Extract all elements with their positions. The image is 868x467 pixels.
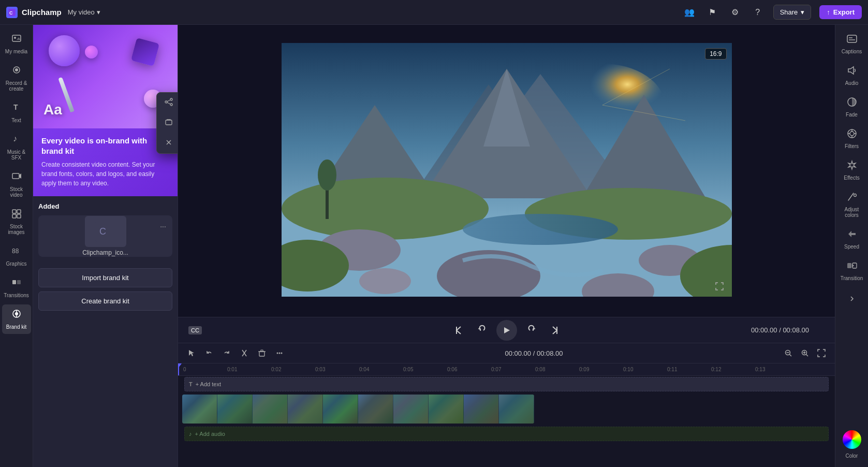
- svg-point-70: [281, 353, 283, 354]
- svg-rect-14: [17, 214, 21, 218]
- zoom-out-button[interactable]: [781, 346, 796, 360]
- right-tool-transition[interactable]: Transition: [837, 256, 866, 285]
- adjust-colors-label: Adjust colors: [840, 207, 864, 218]
- svg-rect-29: [166, 120, 172, 125]
- svg-point-68: [277, 353, 278, 354]
- tool-more[interactable]: [272, 346, 287, 360]
- right-tool-filters[interactable]: Filters: [837, 124, 866, 153]
- context-menu-open[interactable]: Open locally: [157, 113, 178, 133]
- help-icon-btn[interactable]: ?: [751, 5, 765, 20]
- video-thumb-1: [182, 395, 217, 424]
- audio-track-icon: ♪: [189, 431, 192, 437]
- flag-icon-btn[interactable]: ⚑: [705, 5, 719, 20]
- project-title[interactable]: My video ▾: [68, 8, 100, 16]
- added-section: Added C Clipchamp_ico... ...: [33, 196, 178, 263]
- fullscreen-button[interactable]: [712, 279, 727, 294]
- video-thumb-2: [217, 395, 253, 424]
- tool-undo[interactable]: [202, 346, 216, 360]
- right-tool-fade[interactable]: Fade: [837, 92, 866, 122]
- svg-point-89: [854, 194, 856, 197]
- tool-redo[interactable]: [219, 346, 234, 360]
- sidebar-item-transitions[interactable]: Transitions: [2, 273, 31, 302]
- svg-point-47: [463, 214, 618, 245]
- svg-point-6: [15, 68, 18, 71]
- svg-rect-12: [17, 210, 21, 213]
- svg-point-54: [318, 159, 336, 191]
- skip-back-button[interactable]: [451, 322, 467, 339]
- sidebar-item-brand-kit[interactable]: Brand kit: [2, 304, 31, 334]
- app-name: Clipchamp: [22, 8, 62, 17]
- promo-sphere: [49, 35, 80, 66]
- fade-icon: [846, 96, 858, 110]
- added-item-name: Clipchamp_ico...: [82, 249, 128, 256]
- ruler-mark-11: 0:11: [666, 367, 710, 372]
- svg-rect-90: [847, 263, 851, 268]
- sidebar-item-my-media[interactable]: My media: [2, 29, 31, 59]
- filters-label: Filters: [845, 143, 859, 149]
- sidebar-item-stock-images[interactable]: Stock images: [2, 204, 31, 239]
- share-button[interactable]: Share ▾: [773, 5, 812, 20]
- sidebar-item-text[interactable]: T Text: [2, 98, 31, 127]
- sidebar-label-brand-kit: Brand kit: [6, 324, 26, 330]
- svg-rect-78: [847, 35, 857, 42]
- video-thumb-10: [499, 395, 534, 424]
- svg-line-28: [167, 103, 170, 104]
- right-tool-effects[interactable]: Effects: [837, 155, 866, 185]
- video-segment[interactable]: [182, 395, 534, 424]
- rewind-button[interactable]: [474, 322, 490, 339]
- import-brand-kit-button[interactable]: Import brand kit: [38, 268, 172, 287]
- sidebar-item-record-create[interactable]: Record & create: [2, 61, 31, 96]
- right-tool-captions[interactable]: Captions: [837, 29, 866, 59]
- tool-select[interactable]: [184, 346, 199, 360]
- zoom-in-button[interactable]: [798, 346, 812, 360]
- svg-text:C: C: [9, 10, 13, 16]
- collapse-right-panel[interactable]: [837, 291, 866, 306]
- panel-actions: Import brand kit Create brand kit: [33, 263, 178, 316]
- tool-delete[interactable]: [255, 346, 269, 360]
- item-menu-button[interactable]: ...: [157, 218, 169, 231]
- fit-timeline-button[interactable]: [814, 346, 829, 360]
- added-item[interactable]: C Clipchamp_ico... ...: [38, 215, 172, 257]
- ruler-mark-13: 0:13: [754, 367, 798, 372]
- people-icon-btn[interactable]: 👥: [682, 5, 697, 20]
- right-tool-speed[interactable]: Speed: [837, 224, 866, 254]
- ruler-mark-10: 0:10: [622, 367, 666, 372]
- export-button[interactable]: ↑ Export: [819, 5, 862, 19]
- video-thumb-7: [393, 395, 429, 424]
- speed-icon: [846, 228, 858, 242]
- tool-cut[interactable]: [237, 346, 252, 360]
- promo-tiny-sphere: [85, 46, 98, 59]
- svg-point-26: [170, 104, 172, 106]
- settings-icon-btn[interactable]: ⚙: [728, 5, 742, 20]
- playback-controls: CC: [178, 317, 835, 343]
- timeline-area[interactable]: 0 0:01 0:02 0:03 0:04 0:05 0:06 0:07 0:0…: [178, 363, 835, 467]
- sidebar-item-graphics[interactable]: 88 Graphics: [2, 241, 31, 271]
- text-nav-icon: T: [11, 102, 22, 115]
- video-thumb-6: [358, 395, 393, 424]
- context-menu-remove[interactable]: Remove from project: [157, 133, 178, 153]
- audio-label: Audio: [845, 80, 859, 86]
- timeline-playhead[interactable]: [178, 363, 179, 375]
- context-menu: Share Open locally Remove from project: [156, 92, 178, 154]
- add-audio-track[interactable]: ♪ + Add audio: [184, 427, 829, 441]
- forward-button[interactable]: [523, 322, 540, 339]
- topbar: C Clipchamp My video ▾ 👥 ⚑ ⚙ ? Share ▾ ↑…: [0, 0, 868, 25]
- sidebar-item-music-sfx[interactable]: ♪ Music & SFX: [2, 129, 31, 165]
- cc-button[interactable]: CC: [188, 326, 202, 334]
- sidebar-item-stock-video[interactable]: Stock video: [2, 167, 31, 202]
- skip-forward-button[interactable]: [546, 322, 563, 339]
- added-label: Added: [38, 202, 172, 210]
- topbar-right: 👥 ⚑ ⚙ ? Share ▾ ↑ Export: [682, 5, 862, 20]
- filters-icon: [846, 128, 858, 142]
- video-thumb-5: [323, 395, 358, 424]
- svg-point-19: [15, 312, 18, 315]
- create-brand-kit-button[interactable]: Create brand kit: [38, 291, 172, 311]
- right-tool-adjust-colors[interactable]: Adjust colors: [837, 187, 866, 222]
- context-menu-share[interactable]: Share: [157, 93, 178, 113]
- play-button[interactable]: [496, 320, 517, 341]
- add-text-track[interactable]: T + Add text: [184, 377, 829, 391]
- color-wheel-button[interactable]: [843, 430, 861, 449]
- timeline-toolbar: 00:00.00 / 00:08.00: [178, 343, 835, 363]
- svg-rect-65: [259, 352, 264, 356]
- right-tool-audio[interactable]: Audio: [837, 61, 866, 90]
